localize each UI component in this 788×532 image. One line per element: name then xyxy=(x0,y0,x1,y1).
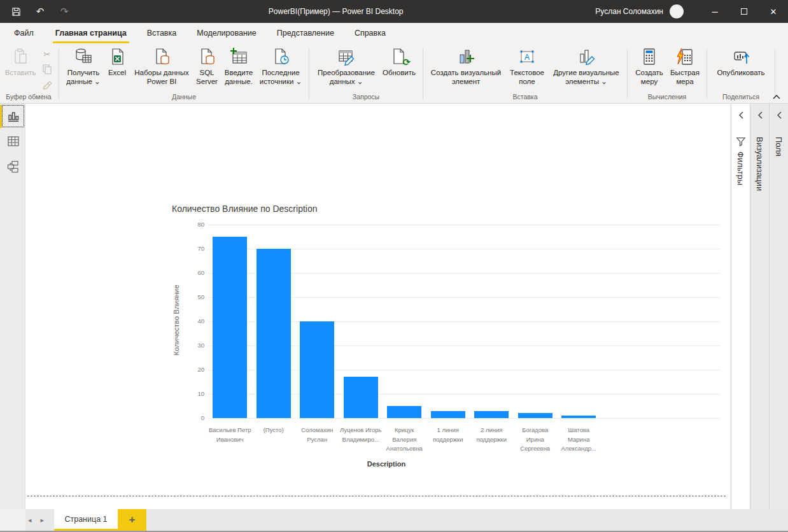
table-pencil-icon xyxy=(337,47,356,66)
fields-panel-collapsed[interactable]: Поля xyxy=(769,104,788,509)
enter-data-button[interactable]: Введите данные. xyxy=(221,46,257,88)
y-tick-label: 80 xyxy=(179,221,204,228)
visualizations-panel-label[interactable]: Визуализации xyxy=(755,137,764,191)
page-boundary-dashed-line xyxy=(27,496,726,496)
group-label-clipboard: Буфер обмена xyxy=(6,93,51,103)
get-data-button[interactable]: Получить данные ⌄ xyxy=(63,46,104,88)
save-icon[interactable] xyxy=(10,6,22,17)
redo-icon[interactable]: ↷ xyxy=(59,6,70,17)
table-plus-icon xyxy=(229,47,248,66)
filters-panel-label[interactable]: Фильтры xyxy=(736,151,745,185)
tab-home[interactable]: Главная страница xyxy=(53,23,129,43)
gridline xyxy=(208,418,721,419)
chart-plus-icon xyxy=(456,47,475,66)
selected-view-indicator xyxy=(0,105,2,128)
undo-icon[interactable]: ↶ xyxy=(34,6,46,17)
quick-measure-button[interactable]: Быстрая мера xyxy=(667,46,703,88)
expand-visualizations-chevron[interactable] xyxy=(757,111,763,119)
view-sidebar xyxy=(0,104,25,509)
refresh-button[interactable]: ⟳ Обновить xyxy=(379,46,419,78)
recent-sources-label: Последние источники ⌄ xyxy=(257,68,304,87)
calculator-icon xyxy=(640,47,659,66)
titlebar: ↶ ↷ PowerBI(Пример) — Power BI Desktop Р… xyxy=(0,0,788,23)
excel-label: Excel xyxy=(108,68,126,77)
sql-cylinder-icon xyxy=(197,47,216,66)
expand-fields-chevron[interactable] xyxy=(777,111,782,119)
menu-tabs: Файл Главная страница Вставка Моделирова… xyxy=(0,23,788,43)
ribbon-separator xyxy=(423,48,423,99)
next-page-arrow[interactable]: ▸ xyxy=(41,516,45,524)
enter-data-label: Введите данные. xyxy=(222,68,256,87)
window-title: PowerBI(Пример) — Power BI Desktop xyxy=(76,7,595,16)
x-category-label: (Пусто) xyxy=(252,426,296,435)
chart-x-axis-title: Description xyxy=(323,460,450,468)
tab-insert[interactable]: Вставка xyxy=(144,23,179,43)
pbi-datasets-button[interactable]: Наборы данных Power BI xyxy=(130,46,193,88)
bar[interactable] xyxy=(431,411,465,418)
model-view-button[interactable] xyxy=(3,156,24,177)
page-tab[interactable]: Страница 1 xyxy=(54,509,118,531)
sql-server-button[interactable]: SQL Server xyxy=(193,46,221,88)
y-tick-label: 20 xyxy=(179,366,204,373)
excel-icon xyxy=(108,47,127,66)
publish-button[interactable]: Опубликовать xyxy=(711,46,771,78)
group-label-data: Данные xyxy=(172,93,196,103)
y-tick-label: 40 xyxy=(179,318,204,325)
tab-modeling[interactable]: Моделирование xyxy=(194,23,259,43)
publish-icon xyxy=(731,47,750,66)
copy-icon[interactable] xyxy=(41,64,53,75)
report-canvas[interactable]: Количество Влияние по Description Количе… xyxy=(25,104,730,509)
tab-view[interactable]: Представление xyxy=(274,23,337,43)
y-tick-label: 0 xyxy=(179,414,204,421)
bar[interactable] xyxy=(561,416,596,418)
previous-page-arrow[interactable]: ◂ xyxy=(28,516,32,524)
new-measure-button[interactable]: Создать меру xyxy=(631,46,667,88)
bar[interactable] xyxy=(213,237,247,418)
bar[interactable] xyxy=(474,411,509,418)
expand-filters-chevron[interactable] xyxy=(738,111,743,119)
avatar[interactable] xyxy=(670,4,684,18)
tab-help[interactable]: Справка xyxy=(352,23,388,43)
y-tick-label: 30 xyxy=(179,342,204,349)
excel-button[interactable]: Excel xyxy=(104,46,130,78)
y-tick-label: 10 xyxy=(179,390,204,397)
visualizations-panel-collapsed[interactable]: Визуализации xyxy=(750,104,769,509)
bar[interactable] xyxy=(518,413,552,418)
pbi-datasets-label: Наборы данных Power BI xyxy=(131,68,192,87)
filters-panel-collapsed[interactable]: Фильтры xyxy=(731,104,750,509)
new-visual-button[interactable]: Создать визуальный элемент xyxy=(427,46,505,88)
x-category-label: Васильев Петр Иванович xyxy=(208,426,252,444)
report-view-button[interactable] xyxy=(3,106,24,127)
user-name[interactable]: Руслан Соломахин xyxy=(595,7,663,16)
cut-icon[interactable]: ✂ xyxy=(41,48,53,60)
more-visuals-label: Другие визуальные элементы ⌄ xyxy=(550,68,623,87)
text-box-button[interactable]: A Текстовое поле xyxy=(505,46,549,88)
minimize-button[interactable]: ─ xyxy=(700,0,729,23)
group-label-share: Поделиться xyxy=(722,93,759,103)
x-category-label: Шатова Марина Александр... xyxy=(557,426,601,454)
transform-data-button[interactable]: Преобразование данных ⌄ xyxy=(313,46,379,88)
maximize-button[interactable] xyxy=(729,0,759,23)
format-painter-icon[interactable] xyxy=(41,79,53,90)
y-tick-label: 50 xyxy=(179,293,204,300)
fields-panel-label[interactable]: Поля xyxy=(774,137,784,157)
bar[interactable] xyxy=(344,377,378,418)
ribbon-group-calculations: Создать меру Быстрая мера Вычисления xyxy=(629,46,705,103)
close-button[interactable]: ✕ xyxy=(759,0,788,23)
bar[interactable] xyxy=(257,249,291,418)
group-label-insert: Вставка xyxy=(512,93,537,103)
y-tick-label: 70 xyxy=(179,245,204,252)
ribbon-group-data: Получить данные ⌄ Excel Наборы данных Po… xyxy=(60,46,307,103)
bar[interactable] xyxy=(300,321,334,418)
get-data-label: Получить данные ⌄ xyxy=(64,68,103,87)
collapse-ribbon-chevron[interactable] xyxy=(773,94,780,99)
ribbon-separator xyxy=(707,48,707,99)
paste-button[interactable]: Вставить xyxy=(3,46,38,78)
recent-sources-button[interactable]: Последние источники ⌄ xyxy=(257,46,305,88)
new-measure-label: Создать меру xyxy=(632,68,666,87)
add-page-tab[interactable]: + xyxy=(118,509,146,531)
data-view-button[interactable] xyxy=(3,130,24,151)
tab-file[interactable]: Файл xyxy=(11,23,36,43)
more-visuals-button[interactable]: Другие визуальные элементы ⌄ xyxy=(549,46,623,88)
bar[interactable] xyxy=(387,406,421,418)
